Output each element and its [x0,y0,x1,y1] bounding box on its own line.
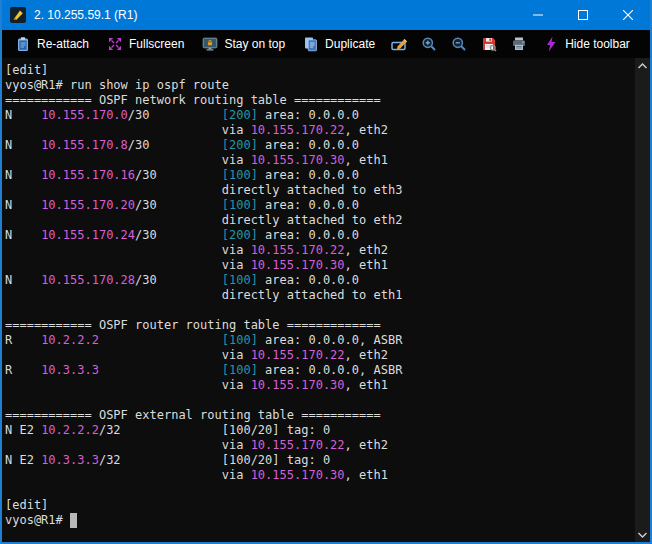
terminal-line: via 10.155.170.30, eth1 [5,378,632,393]
toolbar-button-label: Fullscreen [129,37,184,51]
printer-icon [511,36,527,52]
terminal-line: [edit] [5,498,632,513]
print-button[interactable] [504,30,534,58]
terminal-line [5,393,632,408]
terminal-line: via 10.155.170.22, eth2 [5,348,632,363]
terminal-lines: [edit]vyos@R1# run show ip ospf route===… [2,58,650,528]
clipboard-icon [15,36,31,52]
edit-pencil-icon [391,36,407,52]
terminal-line: R 10.3.3.3 [100] area: 0.0.0.0, ASBR [5,363,632,378]
terminal-line: N 10.155.170.24/30 [200] area: 0.0.0.0 [5,228,632,243]
scrollbar[interactable] [635,58,650,542]
reattach-button[interactable]: Re-attach [6,30,98,58]
terminal-line: N 10.155.170.20/30 [100] area: 0.0.0.0 [5,198,632,213]
solar-putty-icon [10,7,26,23]
terminal-line: vyos@R1# [5,513,632,528]
lightning-icon [543,36,559,52]
app-window: 2. 10.255.59.1 (R1) Re-attach Fullscre [0,0,652,544]
terminal-line: directly attached to eth2 [5,213,632,228]
toolbar-button-label: Duplicate [325,37,375,51]
monitor-lock-icon [202,36,218,52]
terminal-line: via 10.155.170.22, eth2 [5,438,632,453]
save-button[interactable] [474,30,504,58]
terminal-line: via 10.155.170.30, eth1 [5,468,632,483]
terminal-line: ============ OSPF network routing table … [5,93,632,108]
zoom-out-button[interactable] [444,30,474,58]
terminal-line: ============ OSPF external routing table… [5,408,632,423]
window-title: 2. 10.255.59.1 (R1) [34,8,515,22]
toolbar-button-label: Re-attach [37,37,89,51]
terminal-line: ============ OSPF router routing table =… [5,318,632,333]
minimize-button[interactable] [515,0,560,30]
terminal-line: [edit] [5,63,632,78]
maximize-button[interactable] [560,0,605,30]
close-button[interactable] [605,0,650,30]
terminal-line: N 10.155.170.8/30 [200] area: 0.0.0.0 [5,138,632,153]
terminal-line: N E2 10.2.2.2/32 [100/20] tag: 0 [5,423,632,438]
duplicate-button[interactable]: Duplicate [294,30,384,58]
terminal-output[interactable]: [edit]vyos@R1# run show ip ospf route===… [2,58,650,542]
terminal-line: N E2 10.3.3.3/32 [100/20] tag: 0 [5,453,632,468]
terminal-cursor [70,513,77,528]
zoom-in-button[interactable] [414,30,444,58]
terminal-line: via 10.155.170.30, eth1 [5,258,632,273]
zoom-in-icon [421,36,437,52]
edit-button[interactable] [384,30,414,58]
scroll-up-button[interactable] [635,58,650,73]
window-titlebar[interactable]: 2. 10.255.59.1 (R1) [2,0,650,30]
close-session-icon [648,36,652,52]
fullscreen-button[interactable]: Fullscreen [98,30,193,58]
toolbar-button-label: Hide toolbar [565,37,630,51]
terminal-line: directly attached to eth1 [5,288,632,303]
terminal-line: vyos@R1# run show ip ospf route [5,78,632,93]
terminal-line: N 10.155.170.0/30 [200] area: 0.0.0.0 [5,108,632,123]
stay-on-top-button[interactable]: Stay on top [193,30,294,58]
terminal-line: N 10.155.170.28/30 [100] area: 0.0.0.0 [5,273,632,288]
toolbar-button-label: Stay on top [224,37,285,51]
terminal-line: R 10.2.2.2 [100] area: 0.0.0.0, ASBR [5,333,632,348]
zoom-out-icon [451,36,467,52]
close-session-button[interactable]: Close [639,30,652,58]
terminal-line: via 10.155.170.22, eth2 [5,123,632,138]
fullscreen-arrows-icon [107,36,123,52]
scroll-down-button[interactable] [635,527,650,542]
terminal-line [5,483,632,498]
terminal-line: via 10.155.170.30, eth1 [5,153,632,168]
hide-toolbar-button[interactable]: Hide toolbar [534,30,639,58]
duplicate-pages-icon [303,36,319,52]
terminal-line [5,303,632,318]
session-toolbar: Re-attach Fullscreen Stay on top Duplica… [2,30,650,58]
terminal-line: via 10.155.170.22, eth2 [5,243,632,258]
terminal-line: directly attached to eth3 [5,183,632,198]
terminal-line: N 10.155.170.16/30 [100] area: 0.0.0.0 [5,168,632,183]
caption-buttons [515,0,650,30]
save-floppy-icon [481,36,497,52]
